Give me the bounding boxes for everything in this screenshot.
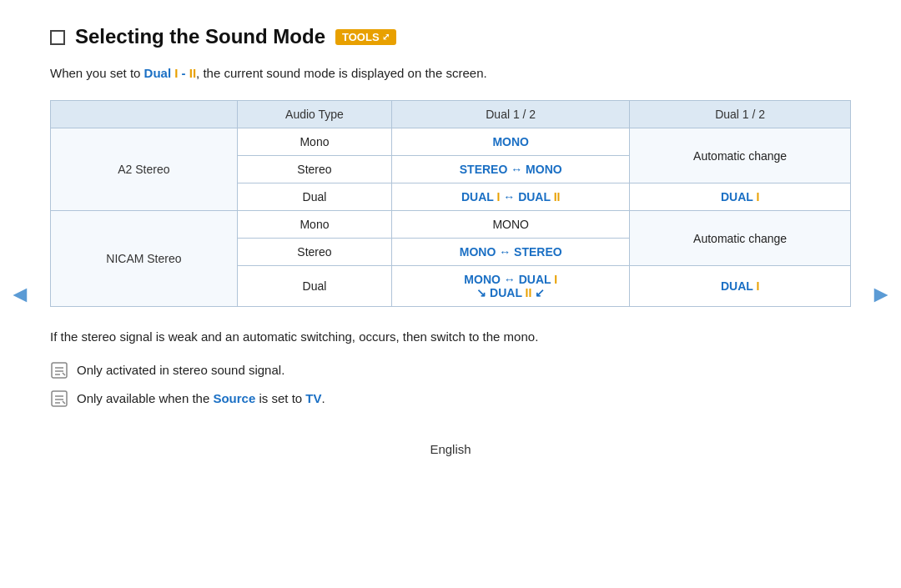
audio-type-dual-2: Dual <box>237 266 391 307</box>
automatic-change-1: Automatic change <box>630 128 851 183</box>
dual-stereo-2: MONO ↔ STEREO <box>392 239 630 266</box>
col-header-audio-type: Audio Type <box>237 101 391 128</box>
a2-stereo-label: A2 Stereo <box>51 128 238 211</box>
col-header-empty <box>51 101 238 128</box>
tools-icon: ⤢ <box>382 32 390 43</box>
audio-type-stereo-2: Stereo <box>237 239 391 266</box>
audio-type-mono-2: Mono <box>237 211 391 239</box>
dual-i-1: DUAL I <box>630 183 851 211</box>
footer-language: English <box>50 442 851 456</box>
nav-right-arrow[interactable]: ► <box>869 281 893 308</box>
note-text-1: Only activated in stereo sound signal. <box>77 360 284 380</box>
table-row: A2 Stereo Mono MONO Automatic change <box>51 128 851 156</box>
checkbox-icon <box>50 30 65 45</box>
nicam-stereo-label: NICAM Stereo <box>51 211 238 307</box>
note-icon-2 <box>50 389 68 408</box>
col-header-dual-12-b: Dual 1 / 2 <box>630 101 851 128</box>
note-paragraph: If the stereo signal is weak and an auto… <box>50 327 851 347</box>
page-title: Selecting the Sound Mode <box>75 25 325 48</box>
dual-dual-2: MONO ↔ DUAL I ↘ DUAL II ↙ <box>392 266 630 307</box>
intro-paragraph: When you set to Dual I - II, the current… <box>50 63 851 83</box>
audio-type-stereo-1: Stereo <box>237 156 391 183</box>
automatic-change-2: Automatic change <box>630 211 851 266</box>
audio-type-mono-1: Mono <box>237 128 391 156</box>
sound-mode-table: Audio Type Dual 1 / 2 Dual 1 / 2 A2 Ster… <box>50 100 851 307</box>
table-row: NICAM Stereo Mono MONO Automatic change <box>51 211 851 239</box>
dual-dual-1: DUAL I ↔ DUAL II <box>392 183 630 211</box>
note-icon-1 <box>50 361 68 379</box>
dual-mono-2: MONO <box>392 211 630 239</box>
nav-left-arrow[interactable]: ◄ <box>8 281 32 308</box>
audio-type-dual-1: Dual <box>237 183 391 211</box>
note-text-2: Only available when the Source is set to… <box>77 389 325 409</box>
dual-i-2: DUAL I <box>630 266 851 307</box>
dual-stereo-1: STEREO ↔ MONO <box>392 156 630 183</box>
note-item-2: Only available when the Source is set to… <box>50 389 851 409</box>
note-item-1: Only activated in stereo sound signal. <box>50 360 851 380</box>
col-header-dual-12-a: Dual 1 / 2 <box>392 101 630 128</box>
tools-badge: TOOLS ⤢ <box>335 29 396 45</box>
dual-mono-1: MONO <box>392 128 630 156</box>
dual-text: Dual I - II <box>144 66 197 80</box>
title-row: Selecting the Sound Mode TOOLS ⤢ <box>50 25 851 48</box>
